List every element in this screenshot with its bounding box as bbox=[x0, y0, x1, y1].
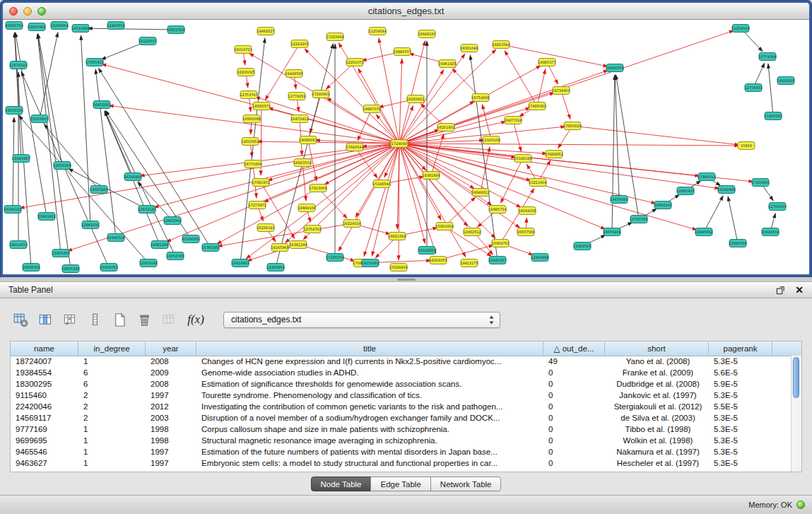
tab-node-table[interactable]: Node Table bbox=[311, 477, 372, 491]
network-edge[interactable] bbox=[537, 69, 546, 106]
network-edge[interactable] bbox=[399, 144, 441, 220]
table-select-dropdown[interactable]: citations_edges.txt bbox=[223, 312, 500, 328]
network-node[interactable]: 16924502 bbox=[761, 228, 779, 236]
network-edge[interactable] bbox=[399, 59, 402, 144]
network-edge[interactable] bbox=[15, 33, 21, 158]
network-node[interactable]: 19033156 bbox=[5, 107, 23, 115]
network-node[interactable]: 18204055 bbox=[429, 257, 447, 264]
new-table-button[interactable] bbox=[109, 310, 130, 329]
network-node[interactable]: 10774399 bbox=[758, 53, 776, 61]
network-edge[interactable] bbox=[44, 124, 99, 189]
network-node[interactable]: 17355402 bbox=[86, 59, 103, 66]
network-node[interactable]: 12754702 bbox=[303, 226, 321, 233]
network-node[interactable]: 12753747 bbox=[240, 91, 257, 99]
network-node[interactable]: 15689852 bbox=[545, 151, 563, 158]
column-header-name[interactable]: name bbox=[11, 341, 78, 356]
network-node[interactable]: 17913009 bbox=[309, 185, 326, 192]
network-edge[interactable] bbox=[13, 117, 14, 209]
network-edge[interactable] bbox=[704, 196, 723, 232]
network-edge[interactable] bbox=[399, 144, 739, 146]
network-node[interactable]: 16472412 bbox=[290, 115, 308, 123]
network-node[interactable]: 16186125 bbox=[4, 206, 21, 214]
network-node[interactable]: 18945042 bbox=[695, 228, 712, 236]
network-node[interactable]: 19505335 bbox=[61, 265, 79, 273]
float-panel-icon[interactable] bbox=[776, 286, 785, 295]
function-builder-button[interactable]: f(x) bbox=[183, 310, 208, 329]
network-node[interactable]: 18985734 bbox=[488, 206, 506, 214]
table-row[interactable]: 969969511998Structural magnetic resonanc… bbox=[11, 435, 792, 446]
network-node[interactable]: 12574143 bbox=[9, 62, 27, 69]
network-node[interactable]: 15905405 bbox=[52, 250, 69, 257]
network-node[interactable]: 19924305 bbox=[777, 77, 794, 85]
network-node[interactable]: 16812304 bbox=[167, 26, 184, 34]
network-node[interactable]: 11254543 bbox=[731, 25, 749, 33]
minimize-window-button[interactable] bbox=[23, 7, 32, 16]
network-node[interactable]: 16142851 bbox=[418, 247, 435, 255]
network-node[interactable]: 16648374 bbox=[606, 64, 623, 72]
network-node[interactable]: 16236141 bbox=[257, 224, 274, 232]
network-edge[interactable] bbox=[105, 111, 133, 177]
network-node[interactable]: 14668527 bbox=[257, 28, 274, 35]
network-node[interactable]: 16791766 bbox=[630, 216, 647, 223]
close-window-button[interactable] bbox=[9, 7, 18, 16]
network-node[interactable]: 16510496 bbox=[71, 25, 89, 33]
network-node[interactable]: 20643754 bbox=[5, 22, 23, 30]
network-edge[interactable] bbox=[40, 33, 58, 119]
network-node[interactable]: 16477016 bbox=[504, 117, 522, 124]
column-header-title[interactable]: title bbox=[196, 341, 543, 356]
table-row[interactable]: 1456911722003Disruption of a novel membe… bbox=[11, 412, 792, 424]
network-node[interactable]: 12706103 bbox=[768, 203, 786, 211]
network-edge[interactable] bbox=[268, 144, 399, 180]
network-node[interactable]: 19734903 bbox=[552, 87, 570, 95]
network-node[interactable]: 19086053 bbox=[299, 136, 317, 144]
column-header-year[interactable]: year bbox=[146, 341, 196, 356]
network-node[interactable]: 17220694 bbox=[326, 33, 343, 41]
tab-network-table[interactable]: Network Table bbox=[430, 477, 502, 491]
network-edge[interactable] bbox=[339, 43, 399, 144]
network-node[interactable]: 12942031 bbox=[81, 221, 99, 229]
network-node[interactable]: 17485083 bbox=[528, 103, 546, 110]
network-node[interactable]: 12160108 bbox=[482, 136, 500, 144]
network-node[interactable]: 18923514 bbox=[293, 159, 311, 167]
network-node[interactable]: 12201071 bbox=[346, 59, 363, 66]
network-node[interactable]: 16452681 bbox=[93, 101, 110, 109]
network-node[interactable]: 17850628 bbox=[563, 122, 581, 130]
table-row[interactable]: 2242004622012Investigating the contribut… bbox=[11, 401, 792, 412]
network-node[interactable]: 12655059 bbox=[53, 162, 71, 170]
table-row[interactable]: 977716911998Corpus callosum shape and si… bbox=[11, 424, 792, 435]
network-node[interactable]: 19299064 bbox=[50, 22, 68, 30]
network-canvas[interactable]: 1724040162518021818362119997079176845441… bbox=[3, 20, 809, 274]
network-edge[interactable] bbox=[612, 75, 615, 232]
network-node[interactable]: 12493954 bbox=[266, 264, 284, 271]
table-row[interactable]: 1830029562008Estimation of significance … bbox=[11, 378, 792, 390]
network-edge[interactable] bbox=[276, 44, 334, 267]
network-edge[interactable] bbox=[513, 120, 521, 151]
network-node[interactable]: 16507589 bbox=[517, 228, 534, 236]
network-edge[interactable] bbox=[20, 144, 399, 208]
network-node[interactable]: 11254544 bbox=[368, 28, 386, 35]
scrollbar-thumb[interactable] bbox=[793, 357, 799, 398]
network-node[interactable]: 19014073 bbox=[9, 241, 27, 249]
network-node[interactable]: 19448595 bbox=[285, 70, 302, 78]
network-node[interactable]: 15765268 bbox=[201, 244, 219, 252]
network-node[interactable]: 19997079 bbox=[363, 105, 380, 113]
network-edge[interactable] bbox=[399, 70, 608, 144]
network-node[interactable]: 19565203 bbox=[90, 186, 107, 194]
network-node[interactable]: 19052785 bbox=[166, 252, 184, 260]
network-edge[interactable] bbox=[16, 33, 47, 216]
network-node[interactable]: 20166950 bbox=[182, 235, 199, 243]
network-node[interactable]: 15148544 bbox=[372, 180, 390, 188]
network-node[interactable]: 11458593 bbox=[764, 112, 782, 120]
network-node[interactable]: 12905039 bbox=[139, 259, 157, 267]
network-node[interactable]: 18679434 bbox=[603, 228, 620, 236]
network-node[interactable]: 17081972 bbox=[252, 179, 269, 187]
network-node[interactable]: 16381244 bbox=[289, 241, 307, 249]
network-node[interactable]: 12872122 bbox=[138, 206, 155, 214]
network-edge[interactable] bbox=[399, 108, 530, 144]
network-edge[interactable] bbox=[88, 28, 176, 30]
network-node[interactable]: 18945967 bbox=[12, 155, 30, 163]
table-settings-button[interactable] bbox=[10, 310, 31, 329]
network-node[interactable]: 16754836 bbox=[471, 94, 489, 102]
network-node[interactable]: 18544035 bbox=[518, 207, 536, 215]
network-node[interactable]: 1724040 bbox=[391, 140, 408, 148]
